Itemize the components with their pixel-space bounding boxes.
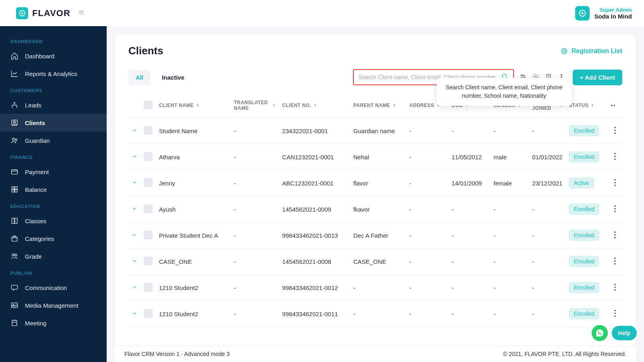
select-all-checkbox[interactable]: [144, 101, 153, 109]
svg-point-54: [614, 315, 616, 317]
sidebar-section-label: CUSTOMERS: [0, 82, 107, 96]
add-client-button[interactable]: + Add Client: [573, 70, 622, 85]
row-checkbox[interactable]: [144, 309, 153, 318]
target-icon: [560, 47, 568, 55]
chevron-down-icon[interactable]: [132, 311, 137, 317]
registration-list-link[interactable]: Registration List: [560, 47, 622, 55]
sidebar-item-label: Grade: [25, 253, 42, 260]
cell-client-no: 1454562021-0009: [279, 196, 350, 222]
row-menu-icon[interactable]: [611, 181, 619, 187]
status-badge: Enrolled: [569, 230, 599, 241]
row-checkbox[interactable]: [144, 126, 153, 135]
row-checkbox[interactable]: [144, 204, 153, 213]
row-menu-icon[interactable]: [611, 207, 619, 214]
sidebar-item-clients[interactable]: Clients: [0, 114, 107, 132]
sidebar-collapse-button[interactable]: [78, 8, 86, 18]
cell-dob: -: [448, 275, 490, 301]
sidebar-item-label: Guardian: [25, 137, 50, 144]
svg-point-50: [614, 286, 616, 288]
whatsapp-button[interactable]: [592, 325, 608, 341]
svg-point-23: [521, 74, 522, 76]
sidebar-item-dashboard[interactable]: Dashboard: [0, 47, 107, 65]
cell-address: -: [406, 196, 448, 222]
top-bar: FLAVOR Super Admin Soda In Mind: [0, 0, 644, 26]
sidebar-item-categories[interactable]: Categories: [0, 230, 107, 247]
row-checkbox[interactable]: [144, 178, 153, 187]
svg-point-1: [21, 12, 23, 14]
row-menu-icon[interactable]: [611, 259, 619, 266]
svg-point-39: [614, 185, 616, 186]
meeting-icon: [10, 319, 19, 327]
row-menu-icon[interactable]: [611, 311, 619, 318]
col-client-name[interactable]: CLIENT NAME▲▼: [156, 93, 231, 118]
cell-parent-name: CASE_ONE: [350, 249, 406, 275]
cell-translated-name: -: [231, 301, 279, 327]
chevron-down-icon[interactable]: [132, 154, 137, 160]
svg-point-36: [614, 158, 616, 160]
sidebar-item-label: Meeting: [25, 320, 46, 327]
sidebar-item-balance[interactable]: Balance: [0, 181, 107, 198]
row-checkbox[interactable]: [144, 152, 153, 161]
tab-inactive[interactable]: Inactive: [155, 70, 192, 85]
cell-client-no: 998433462021-0013: [279, 222, 350, 249]
cell-date-joined: -: [529, 249, 566, 275]
cell-parent-name: fkavor: [350, 196, 406, 222]
sidebar-item-label: Classes: [25, 218, 46, 224]
svg-point-5: [14, 121, 16, 123]
svg-point-44: [614, 234, 616, 236]
row-menu-icon[interactable]: [611, 154, 619, 161]
table-row: 1210 Student2-998433462021-0012-----Enro…: [128, 275, 622, 301]
cell-parent-name: -: [350, 275, 406, 301]
sidebar-item-label: Dashboard: [25, 53, 54, 60]
row-menu-icon[interactable]: [611, 128, 619, 135]
cell-client-name: Jenny: [156, 170, 231, 196]
user-box-icon: [10, 119, 19, 127]
sidebar-item-leads[interactable]: Leads: [0, 96, 107, 114]
sidebar-section-label: EDUCATION: [0, 198, 107, 212]
cell-gender: -: [490, 196, 529, 222]
svg-point-53: [614, 313, 616, 314]
sidebar-item-grade[interactable]: Grade: [0, 247, 107, 265]
sidebar-item-classes[interactable]: Classes: [0, 212, 107, 230]
chevron-down-icon[interactable]: [132, 180, 137, 187]
box-icon: [10, 234, 19, 243]
col-parent-name[interactable]: PARENT NAME▲▼: [350, 93, 406, 118]
col-status[interactable]: STATUS▲▼: [566, 93, 608, 118]
sidebar-item-meeting[interactable]: Meeting: [0, 314, 107, 332]
status-badge: Enrolled: [569, 256, 599, 267]
row-menu-icon[interactable]: [611, 233, 619, 240]
row-checkbox[interactable]: [144, 230, 153, 239]
cell-gender: -: [490, 275, 529, 301]
svg-point-49: [614, 284, 616, 285]
sidebar-item-guardian[interactable]: Guardian: [0, 132, 107, 149]
row-checkbox[interactable]: [144, 257, 153, 265]
cell-client-name: 1210 Student2: [156, 275, 231, 301]
cell-date-joined: -: [529, 222, 566, 249]
sidebar-item-label: Media Management: [25, 302, 78, 309]
sidebar-item-label: Reports & Analytics: [25, 70, 77, 77]
chevron-down-icon[interactable]: [132, 258, 137, 265]
cell-translated-name: -: [231, 196, 279, 222]
col-translated-name[interactable]: TRANSLATED NAME▲▼: [231, 93, 279, 118]
sidebar-item-media-management[interactable]: Media Management: [0, 296, 107, 314]
help-button[interactable]: Help: [612, 326, 637, 340]
chevron-down-icon[interactable]: [132, 232, 137, 239]
copyright-text: © 2021, FLAVOR PTE. LTD. All Rights Rese…: [503, 351, 626, 357]
col-client-no[interactable]: CLIENT NO.▲▼: [279, 93, 350, 118]
sidebar-item-reports-analytics[interactable]: Reports & Analytics: [0, 65, 107, 82]
chevron-down-icon[interactable]: [132, 284, 137, 291]
row-menu-icon[interactable]: [611, 285, 619, 292]
svg-point-3: [581, 12, 583, 14]
cell-client-name: Student Name: [156, 118, 231, 144]
chevron-down-icon[interactable]: [132, 128, 137, 134]
svg-rect-8: [12, 170, 18, 174]
row-checkbox[interactable]: [144, 283, 153, 292]
cell-address: -: [406, 249, 448, 275]
sidebar-item-payment[interactable]: Payment: [0, 163, 107, 181]
brand-logo[interactable]: FLAVOR: [16, 7, 70, 19]
chevron-down-icon[interactable]: [132, 206, 137, 213]
sidebar-item-communication[interactable]: Communication: [0, 279, 107, 296]
user-menu[interactable]: Super Admin Soda In Mind: [575, 6, 632, 21]
tab-all[interactable]: All: [128, 70, 151, 85]
cell-client-no: CAN1232021-0001: [279, 144, 350, 170]
